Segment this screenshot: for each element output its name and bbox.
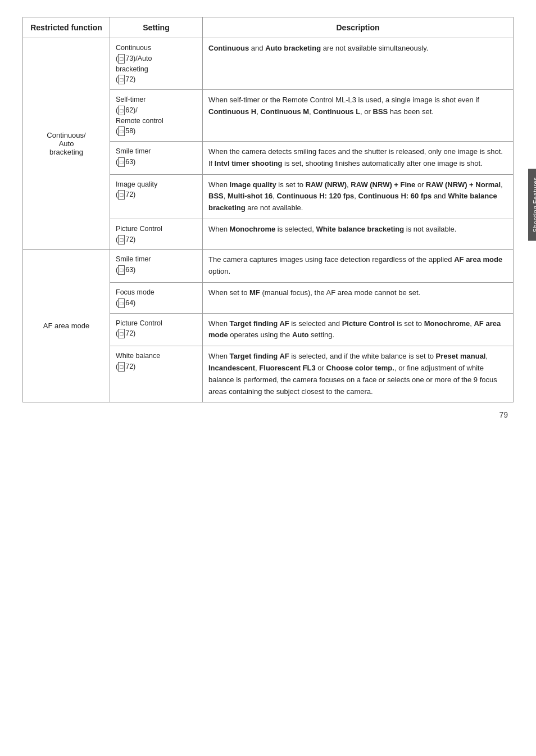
setting-cell-8: Picture Control(□72) (110, 313, 203, 346)
desc-cell-7: When set to MF (manual focus), the AF ar… (203, 283, 514, 314)
table-row: AF area mode Smile timer(□63) The camera… (23, 250, 514, 283)
setting-cell-7: Focus mode(□64) (110, 283, 203, 314)
desc-cell-6: The camera captures images using face de… (203, 250, 514, 283)
setting-cell-1: Continuous (□73)/Auto bracketing (□72) (110, 38, 203, 90)
header-description: Description (203, 17, 514, 38)
page-wrapper: Shooting Features Restricted function Se… (0, 0, 536, 436)
desc-cell-8: When Target finding AF is selected and P… (203, 313, 514, 346)
setting-cell-4: Image quality(□72) (110, 174, 203, 219)
setting-cell-5: Picture Control(□72) (110, 219, 203, 250)
header-setting: Setting (110, 17, 203, 38)
desc-cell-1: Continuous and Auto bracketing are not a… (203, 38, 514, 90)
setting-cell-9: White balance(□72) (110, 346, 203, 402)
desc-cell-2: When self-timer or the Remote Control ML… (203, 90, 514, 142)
restricted-cell-continuous: Continuous/Autobracketing (23, 38, 110, 250)
restrictions-table: Restricted function Setting Description … (22, 17, 514, 402)
page-number: 79 (499, 410, 508, 419)
desc-cell-9: When Target finding AF is selected, and … (203, 346, 514, 402)
setting-cell-3: Smile timer(□63) (110, 142, 203, 175)
table-row: Continuous/Autobracketing Continuous (□7… (23, 38, 514, 90)
header-restricted: Restricted function (23, 17, 110, 38)
setting-cell-6: Smile timer(□63) (110, 250, 203, 283)
restricted-cell-af: AF area mode (23, 250, 110, 402)
desc-cell-4: When Image quality is set to RAW (NRW), … (203, 174, 514, 219)
desc-cell-5: When Monochrome is selected, White balan… (203, 219, 514, 250)
setting-cell-2: Self-timer (□62)/ Remote control (□58) (110, 90, 203, 142)
sidebar-tab: Shooting Features (528, 169, 536, 241)
desc-cell-3: When the camera detects smiling faces an… (203, 142, 514, 175)
